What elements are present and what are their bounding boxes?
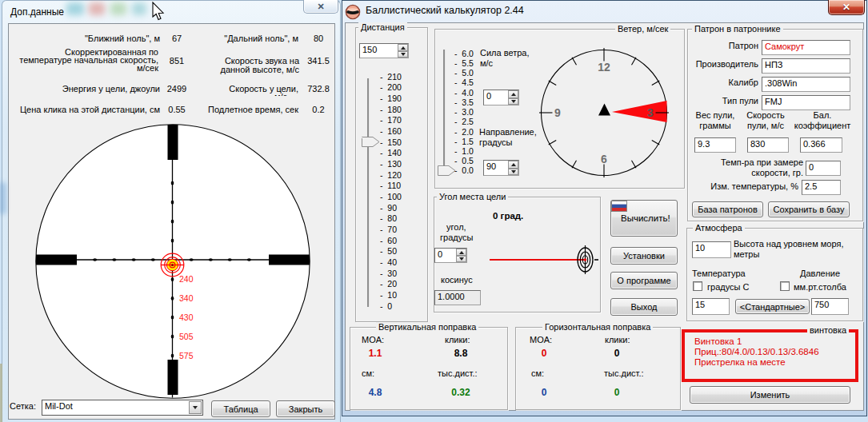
svg-text:430: 430: [179, 313, 194, 322]
svg-text:9: 9: [554, 106, 561, 119]
svg-text:3: 3: [647, 106, 654, 119]
svg-text:12: 12: [598, 61, 610, 74]
svg-text:240: 240: [179, 274, 194, 284]
svg-text:575: 575: [179, 351, 194, 360]
svg-text:505: 505: [179, 332, 194, 341]
svg-text:340: 340: [179, 293, 194, 303]
svg-text:6: 6: [601, 153, 607, 165]
